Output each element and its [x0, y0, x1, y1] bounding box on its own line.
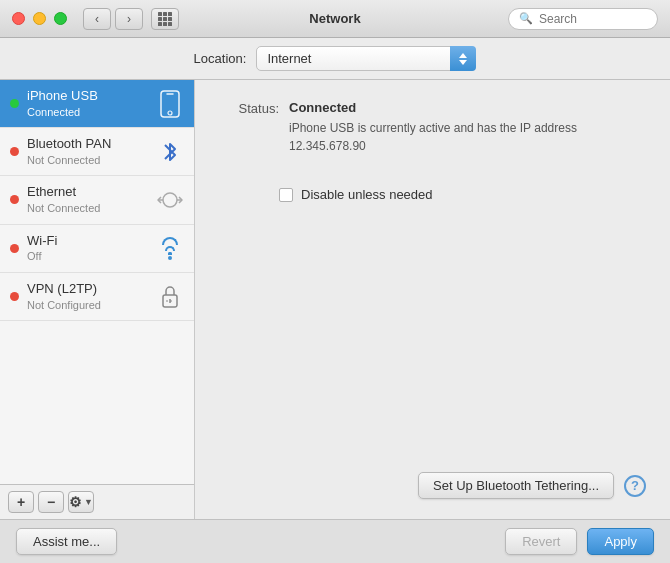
sidebar-bottom: + − ⚙ ▼: [0, 484, 194, 519]
iphone-svg-icon: [159, 90, 181, 118]
sidebar-item-vpn[interactable]: VPN (L2TP) Not Configured: [0, 273, 194, 321]
location-bar: Location: Internet Automatic: [0, 38, 670, 80]
status-dot-vpn: [10, 292, 19, 301]
sidebar-item-wifi[interactable]: Wi-Fi Off: [0, 225, 194, 273]
svg-point-2: [168, 111, 172, 115]
vpn-svg-icon: [159, 283, 181, 309]
close-button[interactable]: [12, 12, 25, 25]
status-dot-wifi: [10, 244, 19, 253]
sidebar-item-iphone-usb[interactable]: iPhone USB Connected: [0, 80, 194, 128]
wifi-arc-large: [162, 237, 178, 245]
status-connected-text: Connected: [289, 100, 646, 115]
network-name-vpn: VPN (L2TP): [27, 281, 156, 298]
sidebar: iPhone USB Connected Bluetooth PAN Not C…: [0, 80, 195, 519]
add-network-button[interactable]: +: [8, 491, 34, 513]
detail-bottom-actions: Set Up Bluetooth Tethering... ?: [219, 472, 646, 499]
ethernet-svg-icon: [157, 191, 183, 209]
network-name-bluetooth: Bluetooth PAN: [27, 136, 156, 153]
titlebar: ‹ › Network 🔍: [0, 0, 670, 38]
apply-button[interactable]: Apply: [587, 528, 654, 555]
wifi-arc-small: [168, 252, 172, 255]
wifi-arc-medium: [165, 246, 175, 251]
bluetooth-svg-icon: [161, 139, 179, 165]
status-description: iPhone USB is currently active and has t…: [289, 119, 646, 155]
maximize-button[interactable]: [54, 12, 67, 25]
grid-button[interactable]: [151, 8, 179, 30]
detail-panel: Status: Connected iPhone USB is currentl…: [195, 80, 670, 519]
search-icon: 🔍: [519, 12, 533, 25]
status-dot-iphone: [10, 99, 19, 108]
svg-rect-0: [161, 91, 179, 117]
status-dot-bluetooth: [10, 147, 19, 156]
bluetooth-icon: [156, 138, 184, 166]
network-name-wifi: Wi-Fi: [27, 233, 156, 250]
network-status-bluetooth: Not Connected: [27, 153, 156, 167]
ethernet-icon: [156, 186, 184, 214]
disable-checkbox[interactable]: [279, 188, 293, 202]
settings-button[interactable]: ⚙ ▼: [68, 491, 94, 513]
grid-icon: [158, 12, 172, 26]
detail-spacer: [219, 202, 646, 472]
network-name-iphone: iPhone USB: [27, 88, 156, 105]
status-label: Status:: [219, 100, 289, 116]
search-input[interactable]: [539, 12, 647, 26]
location-select[interactable]: Internet Automatic: [256, 46, 476, 71]
sidebar-item-bluetooth-pan[interactable]: Bluetooth PAN Not Connected: [0, 128, 194, 176]
disable-checkbox-row: Disable unless needed: [279, 187, 646, 202]
window-title: Network: [309, 11, 360, 26]
iphone-icon: [156, 90, 184, 118]
svg-point-3: [163, 193, 177, 207]
minimize-button[interactable]: [33, 12, 46, 25]
network-status-iphone: Connected: [27, 105, 156, 119]
network-name-ethernet: Ethernet: [27, 184, 156, 201]
remove-network-button[interactable]: −: [38, 491, 64, 513]
vpn-icon: [156, 282, 184, 310]
footer: Assist me... Revert Apply: [0, 519, 670, 563]
status-info: Connected iPhone USB is currently active…: [289, 100, 646, 155]
forward-button[interactable]: ›: [115, 8, 143, 30]
wifi-dot: [168, 256, 172, 260]
network-list: iPhone USB Connected Bluetooth PAN Not C…: [0, 80, 194, 484]
help-button[interactable]: ?: [624, 475, 646, 497]
back-button[interactable]: ‹: [83, 8, 111, 30]
revert-button[interactable]: Revert: [505, 528, 577, 555]
search-bar[interactable]: 🔍: [508, 8, 658, 30]
network-status-vpn: Not Configured: [27, 298, 156, 312]
assist-me-button[interactable]: Assist me...: [16, 528, 117, 555]
status-section: Status: Connected iPhone USB is currentl…: [219, 100, 646, 155]
disable-checkbox-label: Disable unless needed: [301, 187, 433, 202]
gear-dropdown-icon: ▼: [84, 497, 93, 507]
sidebar-item-ethernet[interactable]: Ethernet Not Connected: [0, 176, 194, 224]
main-content: iPhone USB Connected Bluetooth PAN Not C…: [0, 80, 670, 519]
window-controls: [12, 12, 67, 25]
bluetooth-tethering-button[interactable]: Set Up Bluetooth Tethering...: [418, 472, 614, 499]
network-status-wifi: Off: [27, 249, 156, 263]
gear-icon: ⚙: [69, 494, 82, 510]
status-dot-ethernet: [10, 195, 19, 204]
wifi-icon: [156, 234, 184, 262]
location-label: Location:: [194, 51, 247, 66]
network-status-ethernet: Not Connected: [27, 201, 156, 215]
location-select-wrapper[interactable]: Internet Automatic: [256, 46, 476, 71]
nav-buttons: ‹ ›: [83, 8, 143, 30]
